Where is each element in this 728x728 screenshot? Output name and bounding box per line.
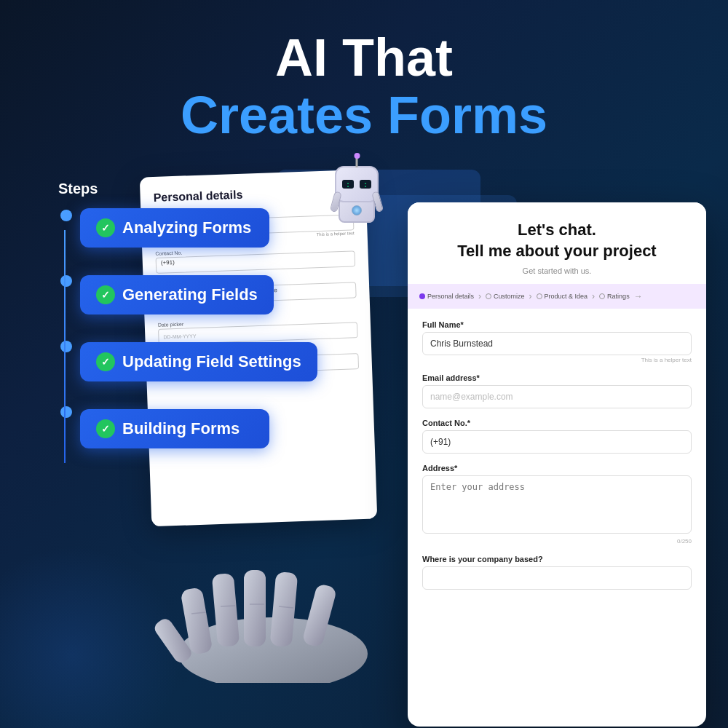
robot-eye-right [360,180,371,189]
headline-line2: Creates Forms [181,86,547,144]
robot-character [313,166,400,253]
field-input-email[interactable] [422,385,692,408]
field-label-company: Where is your company based? [422,555,692,563]
field-group-contact: Contact No.* [422,419,692,454]
form-progress-bar: Personal details › Customize › Product &… [408,284,706,309]
field-helper-fullname: This is a helper text [422,357,692,363]
step-check-4: ✓ [96,419,115,438]
progress-arrow-3: › [592,291,595,301]
svg-line-8 [221,606,235,606]
step-label-1: Analyzing Forms [122,218,251,237]
step-label-2: Generating Fields [122,285,258,304]
progress-step-3: Product & Idea [537,293,588,300]
step-btn-1[interactable]: ✓ Analyzing Forms [80,208,269,248]
field-helper-address: 0/250 [422,538,692,545]
vertical-line [64,230,66,463]
field-label-address: Address* [422,464,692,472]
form-title: Let's chat.Tell me about your project [422,220,692,261]
step-label-3: Updating Field Settings [122,352,301,371]
field-group-address: Address* 0/250 [422,464,692,545]
field-label-contact: Contact No.* [422,419,692,427]
progress-step-4: Ratings [599,293,630,300]
step-check-3: ✓ [96,352,115,371]
robot-hand-svg [109,494,437,683]
svg-rect-3 [244,570,266,646]
steps-connector-line [64,230,66,463]
form-card-main: Let's chat.Tell me about your project Ge… [408,202,706,727]
step-item-4: ✓ Building Forms [80,409,317,448]
robot-eye-left [342,180,354,189]
robot-antenna [356,157,358,167]
progress-label-1: Personal details [427,293,474,300]
step-dot-4 [60,406,72,418]
progress-dot-4 [599,293,605,299]
progress-dot-3 [537,293,542,299]
step-label-4: Building Forms [122,419,240,438]
step-check-1: ✓ [96,218,115,237]
step-btn-2[interactable]: ✓ Generating Fields [80,275,274,314]
progress-step-1: Personal details [419,293,474,300]
progress-label-2: Customize [494,293,525,300]
field-input-fullname[interactable] [422,332,692,355]
field-input-contact[interactable] [422,430,692,454]
headline-line1: AI That [275,28,453,87]
step-dot-2 [60,275,72,287]
progress-step-2: Customize [486,293,525,300]
step-btn-3[interactable]: ✓ Updating Field Settings [80,342,317,381]
form-subtitle: Get started with us. [422,266,692,275]
headline: AI That Creates Forms [0,29,728,144]
main-content: Personal details Full Name* Chris Burnst… [0,159,728,683]
step-buttons-container: ✓ Analyzing Forms ✓ Generating Fields ✓ … [80,208,317,463]
step-item-1: ✓ Analyzing Forms [80,208,317,248]
field-group-fullname: Full Name* This is a helper text [422,320,692,363]
field-group-email: Email address* [422,373,692,408]
step-item-3: ✓ Updating Field Settings [80,342,317,381]
progress-label-4: Ratings [607,293,630,300]
robot-body [328,166,386,224]
field-label-email: Email address* [422,373,692,382]
progress-dot-2 [486,293,491,299]
field-label-fullname: Full Name* [422,320,692,329]
form-header: Let's chat.Tell me about your project Ge… [408,202,706,283]
steps-label: Steps [58,181,317,197]
form-body: Full Name* This is a helper text Email a… [408,309,706,727]
step-btn-4[interactable]: ✓ Building Forms [80,409,269,448]
progress-dot-1 [419,293,425,299]
step-check-2: ✓ [96,285,115,304]
step-dot-3 [60,341,72,352]
progress-arrow-4: → [634,291,643,301]
progress-arrow-1: › [478,291,481,301]
field-input-address[interactable] [422,475,692,534]
header: AI That Creates Forms [0,0,728,159]
field-group-company: Where is your company based? [422,555,692,590]
field-input-company[interactable] [422,566,692,590]
robot-hand-container [109,494,437,683]
step-item-2: ✓ Generating Fields [80,275,317,314]
robot-chest-light [352,205,362,215]
step-dot-1 [60,210,72,221]
steps-section: Steps ✓ Analyzing Forms ✓ Generating Fie… [22,181,317,463]
progress-label-3: Product & Idea [545,293,588,300]
progress-arrow-2: › [529,291,532,301]
